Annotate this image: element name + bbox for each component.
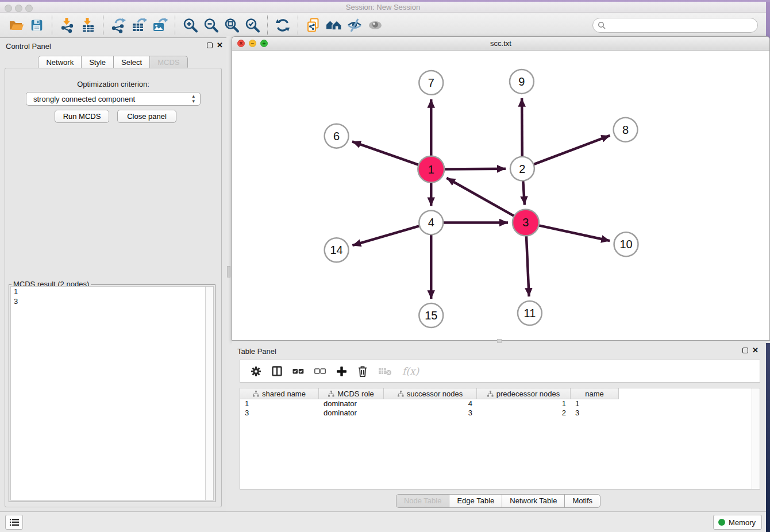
open-session-icon[interactable] [6,15,26,36]
table-cell[interactable]: 2 [477,408,571,418]
delete-table-icon[interactable] [378,366,392,376]
column-header-name[interactable]: name [571,388,619,399]
export-table-icon[interactable] [129,15,149,36]
search-box[interactable] [592,18,758,33]
table-cell[interactable]: dominator [319,408,384,418]
float-panel-icon[interactable] [207,43,213,48]
zoom-in-icon[interactable] [180,15,201,36]
graph-node-11[interactable]: 11 [518,301,542,325]
select-all-icon[interactable] [292,368,304,375]
import-table-icon[interactable] [78,15,98,36]
deselect-all-icon[interactable] [314,368,326,375]
column-header-predecessor-nodes[interactable]: predecessor nodes [477,388,571,399]
graph-node-14[interactable]: 14 [325,238,349,262]
table-row[interactable]: 1dominator411 [240,399,760,408]
graph-edge-2-3[interactable] [523,180,525,205]
refresh-view-icon[interactable] [272,15,293,36]
graph-node-4[interactable]: 4 [419,210,443,234]
graph-node-15[interactable]: 15 [419,303,443,327]
show-all-icon[interactable] [365,15,386,36]
export-network-icon[interactable] [108,15,129,36]
mcds-result-item[interactable]: 1 [11,287,213,296]
graph-node-10[interactable]: 10 [614,232,638,256]
duplicate-network-icon[interactable] [303,15,324,36]
close-panel-icon[interactable]: ✕ [752,346,759,354]
graph-edge-1-2[interactable] [443,169,506,169]
run-mcds-button[interactable]: Run MCDS [55,110,109,123]
close-panel-button[interactable]: Close panel [117,110,176,123]
zoom-out-icon[interactable] [201,15,221,36]
column-header-successor-nodes[interactable]: successor nodes [384,388,477,399]
graph-edge-3-10[interactable] [537,225,610,241]
app-titlebar[interactable]: Session: New Session [0,2,766,13]
graph-node-9[interactable]: 9 [510,70,534,94]
table-panel-title: Table Panel [237,347,276,356]
column-type-icon [328,391,334,397]
float-panel-icon[interactable] [742,348,748,353]
table-cell[interactable]: 3 [571,408,619,418]
svg-text:2: 2 [519,163,525,175]
optimization-criterion-select[interactable]: strongly connected component ▴▾ [26,92,201,106]
column-header-mcds-role[interactable]: MCDS role [319,388,384,399]
tab-edge-table[interactable]: Edge Table [449,494,502,508]
graph-edge-2-9[interactable] [522,98,522,158]
tab-network-table[interactable]: Network Table [502,494,565,508]
table-row[interactable]: 3dominator323 [240,408,760,418]
table-header-row: shared nameMCDS rolesuccessor nodesprede… [240,388,760,399]
hide-selected-icon[interactable] [344,15,365,36]
toolbar-separator [52,16,52,35]
column-type-icon [487,391,494,397]
table-cell[interactable]: 3 [384,408,477,418]
zoom-fit-icon[interactable] [221,15,242,36]
list-icon [10,518,19,526]
vertical-splitter[interactable] [226,36,232,341]
close-panel-icon[interactable]: ✕ [217,41,223,49]
nested-network-icon[interactable] [324,15,344,36]
splitter-handle[interactable] [227,266,230,277]
zoom-selected-icon[interactable] [242,15,263,36]
graph-edge-4-14[interactable] [352,226,421,246]
node-table: shared nameMCDS rolesuccessor nodesprede… [240,388,760,489]
table-cell[interactable]: dominator [319,399,384,408]
svg-text:9: 9 [518,75,525,88]
mcds-result-item[interactable]: 3 [11,296,213,306]
table-cell[interactable]: 1 [240,399,319,408]
add-column-icon[interactable] [336,366,347,377]
graph-edge-3-11[interactable] [526,234,529,296]
graph-node-8[interactable]: 8 [614,118,638,142]
delete-column-icon[interactable] [357,365,368,377]
column-header-shared-name[interactable]: shared name [240,388,319,399]
table-cell[interactable]: 1 [477,399,571,408]
graph-node-7[interactable]: 7 [419,71,443,95]
graph-node-1[interactable]: 1 [418,156,444,183]
memory-button[interactable]: Memory [713,515,762,530]
import-network-icon[interactable] [57,15,78,36]
tab-motifs[interactable]: Motifs [564,494,600,508]
search-input[interactable] [609,21,753,30]
network-window-titlebar[interactable]: × − + scc.txt [232,37,769,51]
splitter-handle[interactable] [497,339,502,343]
task-history-button[interactable] [5,515,23,530]
table-settings-icon[interactable] [251,366,261,377]
mcds-result-group: MCDS result (2 nodes) 13 [9,284,215,502]
export-image-icon[interactable] [149,15,170,36]
table-cell[interactable]: 3 [240,408,319,418]
table-scrollbar[interactable] [752,388,760,489]
graph-edge-2-8[interactable] [533,136,610,165]
graph-edge-1-6[interactable] [352,141,420,165]
table-cell[interactable]: 1 [571,399,619,408]
network-canvas[interactable]: 7968124314101511 [232,51,769,340]
save-session-icon[interactable] [26,15,47,36]
graph-edge-3-1[interactable] [446,178,515,217]
show-columns-icon[interactable] [272,366,282,376]
graph-node-3[interactable]: 3 [513,209,539,236]
tab-node-table[interactable]: Node Table [396,494,450,508]
main-toolbar [0,13,766,38]
result-scrollbar[interactable] [205,287,213,500]
graph-node-6[interactable]: 6 [325,124,349,148]
table-cell[interactable]: 4 [384,399,477,408]
mcds-result-list[interactable]: 13 [10,286,214,500]
network-graph[interactable]: 7968124314101511 [232,51,769,340]
graph-node-2[interactable]: 2 [510,157,534,181]
svg-text:4: 4 [428,216,434,229]
